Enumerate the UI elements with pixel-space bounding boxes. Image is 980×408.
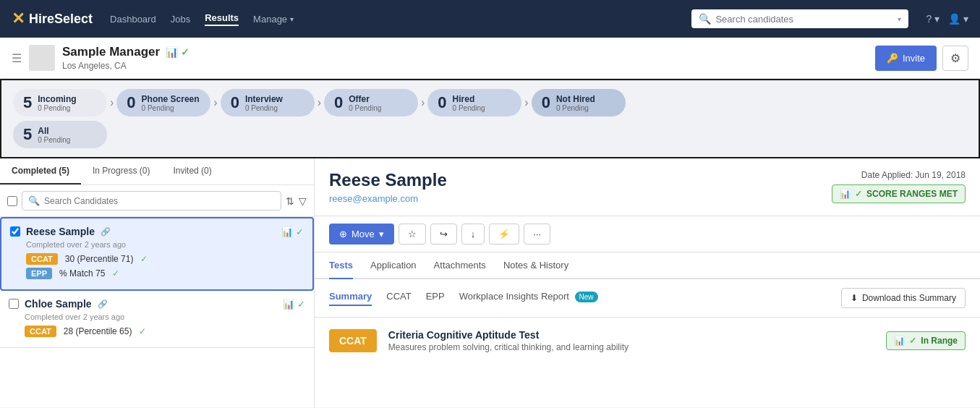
select-all-checkbox[interactable] [7,196,17,206]
key-icon: 🔑 [887,53,898,64]
tab-completed[interactable]: Completed (5) [0,158,81,184]
sort-icon[interactable]: ⇅ [286,195,294,207]
arrow-5: › [524,96,528,109]
candidate-card-chloe[interactable]: Chloe Sample 🔗 📊 ✓ Completed over 2 year… [0,291,314,348]
settings-button[interactable]: ⚙ [942,46,968,71]
download-summary-button[interactable]: ⬇ Download this Summary [841,288,966,308]
summary-tabs: Summary CCAT EPP Workplace Insights Repo… [329,291,598,306]
logo[interactable]: ✕ HireSelect [12,9,93,28]
download-button[interactable]: ↓ [461,224,485,245]
stage-incoming[interactable]: 5 Incoming 0 Pending [13,89,107,116]
job-title: Sample Manager 📊 ✓ [62,45,189,59]
candidate-search-row: 🔍 ⇅ ▽ [0,185,314,217]
ctab-application[interactable]: Application [370,252,417,279]
candidate-meta: Date Applied: Jun 19, 2018 📊 ✓ SCORE RAN… [832,170,966,203]
ccat-description: Measures problem solving, critical think… [388,342,629,352]
stage-all[interactable]: 5 All 0 Pending [13,121,107,148]
job-info: Sample Manager 📊 ✓ Los Angeles, CA [62,45,189,71]
top-navigation: ✕ HireSelect Dashboard Jobs Results Mana… [0,0,980,38]
search-input[interactable] [715,14,893,25]
new-badge: New [575,292,598,302]
reese-date: Completed over 2 years ago [26,240,304,249]
chart-icon: 📊 [166,46,178,58]
move-icon: ⊕ [339,229,347,239]
chloe-ccat-pass: ✓ [139,326,146,336]
reese-link-icon: 🔗 [101,227,111,237]
ccat-title: Criteria Cognitive Aptitude Test [388,329,629,341]
logo-icon: ✕ [12,9,25,28]
subheader-actions: 🔑 Invite ⚙ [875,46,968,71]
chloe-checkbox[interactable] [9,299,19,309]
manage-dropdown-arrow: ▾ [290,15,294,23]
share-button[interactable]: ↪ [430,224,457,245]
reese-epp-score: % Match 75 [59,268,105,279]
avatar [29,45,55,71]
arrow-3: › [318,96,321,109]
reese-ccat-pass: ✓ [140,254,148,264]
chloe-name: Chloe Sample [25,298,92,310]
candidate-search-icon: 🔍 [28,195,40,206]
score-chart-icon: 📊 [840,189,851,199]
search-bar: 🔍 ▾ [691,9,908,28]
candidate-email[interactable]: reese@example.com [329,193,447,204]
user-icon[interactable]: 👤 ▾ [948,13,968,25]
reese-ccat-badge: CCAT [26,253,58,265]
stab-workplace[interactable]: Workplace Insights Report New [459,291,598,306]
stab-summary[interactable]: Summary [329,291,372,306]
stage-offer[interactable]: 0 Offer 0 Pending [324,89,418,116]
chloe-date: Completed over 2 years ago [25,313,305,321]
candidate-full-name: Reese Sample [329,170,447,190]
stab-ccat[interactable]: CCAT [386,291,411,306]
search-dropdown-arrow: ▾ [898,15,901,23]
reese-checkbox[interactable] [10,226,20,237]
search-icon: 🔍 [699,13,711,25]
nav-dashboard[interactable]: Dashboard [110,14,156,25]
more-button[interactable]: ··· [524,224,550,245]
summary-tabs-row: Summary CCAT EPP Workplace Insights Repo… [315,279,980,318]
ctab-notes[interactable]: Notes & History [503,252,568,279]
stage-interview[interactable]: 0 Interview 0 Pending [221,89,315,116]
stab-epp[interactable]: EPP [426,291,445,306]
in-range-check-icon: ✓ [909,336,916,346]
reese-check-icon: ✓ [296,226,304,237]
pipeline: 5 Incoming 0 Pending › 0 Phone Screen 0 … [0,79,980,158]
ccat-section: CCAT Criteria Cognitive Aptitude Test Me… [315,318,980,364]
candidate-list: Reese Sample 🔗 📊 ✓ Completed over 2 year… [0,217,314,407]
star-button[interactable]: ☆ [399,224,426,245]
menu-icon[interactable]: ☰ [12,51,22,65]
download-summary-icon: ⬇ [851,293,858,303]
arrow-2: › [213,96,217,109]
flash-button[interactable]: ⚡ [489,224,519,245]
invite-button[interactable]: 🔑 Invite [875,46,937,71]
gear-icon: ⚙ [950,52,960,64]
chloe-ccat-badge: CCAT [25,326,56,337]
ctab-attachments[interactable]: Attachments [434,252,486,279]
filter-icon[interactable]: ▽ [299,195,307,207]
candidate-card-reese[interactable]: Reese Sample 🔗 📊 ✓ Completed over 2 year… [0,217,314,291]
reese-ccat-row: CCAT 30 (Percentile 71) ✓ [26,253,304,265]
chloe-check-icon: ✓ [297,299,305,310]
tab-invited[interactable]: Invited (0) [161,158,223,184]
candidate-search-input[interactable] [44,196,275,206]
pipeline-stages: 5 Incoming 0 Pending › 0 Phone Screen 0 … [13,89,967,116]
reese-epp-pass: ✓ [112,268,119,279]
job-location: Los Angeles, CA [62,61,189,71]
right-panel: Reese Sample reese@example.com Date Appl… [315,158,980,407]
ctab-tests[interactable]: Tests [329,252,353,279]
chloe-chart-icon: 📊 [283,299,294,310]
move-button[interactable]: ⊕ Move ▾ [329,224,394,245]
chloe-ccat-row: CCAT 28 (Percentile 65) ✓ [25,326,305,337]
nav-jobs[interactable]: Jobs [171,14,190,25]
stage-phone-screen[interactable]: 0 Phone Screen 0 Pending [116,89,210,116]
subheader-left: ☰ Sample Manager 📊 ✓ Los Angeles, CA [12,45,189,71]
tab-in-progress[interactable]: In Progress (0) [81,158,161,184]
nav-manage[interactable]: Manage ▾ [253,14,294,25]
stage-not-hired[interactable]: 0 Not Hired 0 Pending [532,89,626,116]
nav-results[interactable]: Results [205,12,239,26]
score-ranges-badge: 📊 ✓ SCORE RANGES MET [832,184,966,203]
subheader: ☰ Sample Manager 📊 ✓ Los Angeles, CA 🔑 I… [0,38,980,79]
reese-chart-icon: 📊 [281,226,293,237]
stage-hired[interactable]: 0 Hired 0 Pending [427,89,521,116]
left-tabs: Completed (5) In Progress (0) Invited (0… [0,158,314,185]
help-icon[interactable]: ? ▾ [926,13,939,25]
